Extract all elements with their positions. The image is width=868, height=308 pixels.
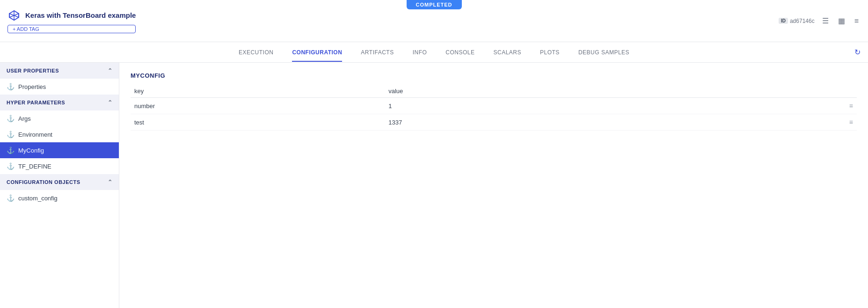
col-header-key: key [131,85,385,98]
id-label: ID [779,18,788,24]
status-badge: COMPLETED [406,0,461,9]
document-icon-myconfig: ⚓ [7,147,15,154]
sidebar-item-custom-config[interactable]: ⚓ custom_config [0,190,119,206]
split-view-button[interactable]: ▦ [836,15,847,27]
sidebar-section-user-properties[interactable]: USER PROPERTIES ⌃ [0,63,119,79]
tab-artifacts[interactable]: ARTIFACTS [361,44,394,61]
add-tag-button[interactable]: + ADD TAG [7,25,136,33]
configuration-objects-label: CONFIGURATION OBJECTS [7,179,80,185]
config-section-title: MYCONFIG [131,72,857,79]
sidebar-item-args[interactable]: ⚓ Args [0,110,119,126]
tab-scalars[interactable]: SCALARS [494,44,522,61]
document-icon-environment: ⚓ [7,131,15,138]
header-left: Keras with TensorBoard example + ADD TAG [7,9,136,33]
sidebar-item-tf-define[interactable]: ⚓ TF_DEFINE [0,158,119,174]
refresh-icon[interactable]: ↻ [854,48,861,57]
id-badge: ID ad67146c [779,18,815,24]
sidebar: USER PROPERTIES ⌃ ⚓ Properties HYPER PAR… [0,63,119,308]
tab-configuration[interactable]: CONFIGURATION [292,44,342,61]
tab-execution[interactable]: EXECUTION [239,44,274,61]
row-key: number [131,98,385,114]
sidebar-label-tf-define: TF_DEFINE [18,163,51,170]
tab-plots[interactable]: PLOTS [540,44,560,61]
user-properties-label: USER PROPERTIES [7,68,59,73]
hyper-parameters-label: HYPER PARAMETERS [7,100,65,105]
app-title: Keras with TensorBoard example [25,11,136,19]
sidebar-label-args: Args [18,115,31,122]
config-table: key value number 1 ≡ test 1337 ≡ [131,85,857,131]
details-view-button[interactable]: ☰ [820,15,831,27]
col-header-action [820,85,857,98]
sidebar-label-myconfig: MyConfig [18,147,44,154]
header-title-row: Keras with TensorBoard example [7,9,136,22]
row-action: ≡ [820,98,857,114]
table-row: number 1 ≡ [131,98,857,114]
document-icon-custom-config: ⚓ [7,194,15,202]
tab-debug-samples[interactable]: DEBUG SAMPLES [578,44,629,61]
sidebar-label-properties: Properties [18,83,46,90]
tab-info[interactable]: INFO [413,44,427,61]
document-icon-args: ⚓ [7,115,15,122]
row-key: test [131,114,385,131]
chevron-up-icon-3: ⌃ [108,179,113,185]
sidebar-label-custom-config: custom_config [18,195,58,202]
id-value: ad67146c [790,18,815,24]
document-icon-tf-define: ⚓ [7,162,15,170]
col-header-value: value [385,85,820,98]
main-content: MYCONFIG key value number 1 ≡ tes [119,63,868,308]
sidebar-section-configuration-objects[interactable]: CONFIGURATION OBJECTS ⌃ [0,174,119,190]
sidebar-label-environment: Environment [18,131,52,138]
tab-console[interactable]: CONSOLE [445,44,474,61]
sidebar-item-properties[interactable]: ⚓ Properties [0,79,119,95]
sidebar-item-environment[interactable]: ⚓ Environment [0,126,119,142]
main-layout: USER PROPERTIES ⌃ ⚓ Properties HYPER PAR… [0,63,868,308]
row-menu-icon[interactable]: ≡ [849,118,853,126]
sidebar-item-myconfig[interactable]: ⚓ MyConfig [0,142,119,158]
chevron-up-icon: ⌃ [108,67,113,74]
menu-button[interactable]: ≡ [853,15,861,27]
row-value: 1 [385,98,820,114]
document-icon: ⚓ [7,83,15,90]
logo-icon [7,9,21,22]
header-right: ID ad67146c ☰ ▦ ≡ [779,15,861,27]
table-row: test 1337 ≡ [131,114,857,131]
nav-tabs: EXECUTION CONFIGURATION ARTIFACTS INFO C… [0,42,868,63]
row-value: 1337 [385,114,820,131]
row-action: ≡ [820,114,857,131]
sidebar-section-hyper-parameters[interactable]: HYPER PARAMETERS ⌃ [0,95,119,110]
row-menu-icon[interactable]: ≡ [849,102,853,110]
chevron-up-icon-2: ⌃ [108,99,113,106]
